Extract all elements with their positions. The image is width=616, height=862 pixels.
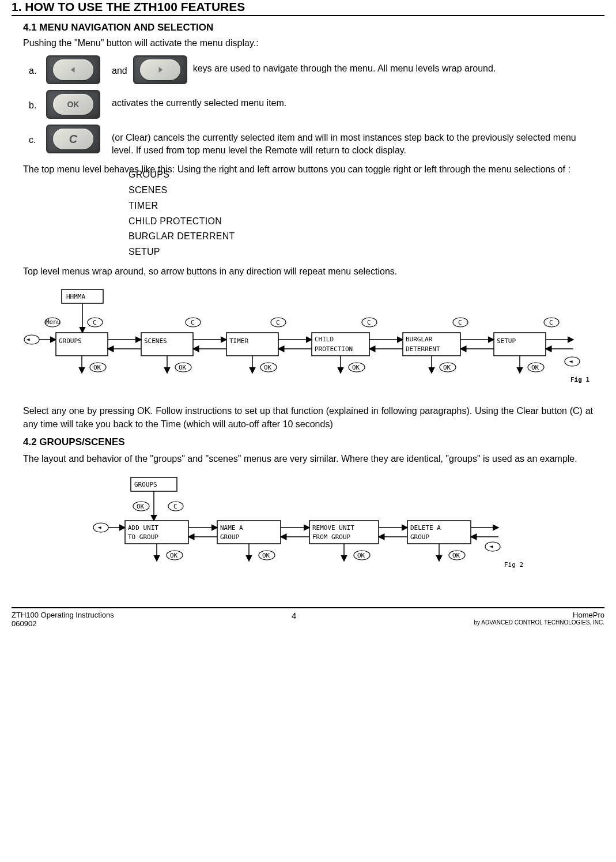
fig1-scenes: SCENES [144, 337, 167, 345]
fig2-delete2: GROUP [410, 533, 429, 541]
svg-text:OK: OK [170, 552, 178, 559]
svg-text:C: C [549, 319, 553, 326]
svg-text:OK: OK [531, 364, 539, 371]
fig1-hhmma: HHMMA [66, 293, 85, 300]
fig1-burglar1: BURGLAR [406, 336, 433, 343]
fig2-caption: Fig 2 [504, 561, 523, 569]
svg-text:OK: OK [443, 364, 451, 371]
fig2-remove2: FROM GROUP [312, 533, 351, 541]
subsection-41: 4.1 MENU NAVIGATION AND SELECTION [23, 22, 604, 33]
subsection-42: 4.2 GROUPS/SCENES [23, 436, 604, 448]
fig2-remove1: REMOVE UNIT [312, 524, 354, 532]
svg-text:OK: OK [137, 503, 145, 510]
ok-button: OK [46, 90, 100, 119]
fig1-burglar2: DETERRENT [406, 345, 440, 353]
svg-text:C: C [458, 319, 462, 326]
fig2-add1: ADD UNIT [128, 524, 158, 532]
letter-c: c. [29, 125, 46, 145]
letter-b: b. [29, 90, 46, 111]
fig1-timer: TIMER [229, 337, 248, 345]
row-c: c. C (or Clear) cancels the currently se… [29, 125, 604, 157]
a-text: keys are used to navigate through the me… [193, 55, 604, 75]
svg-text:OK: OK [357, 552, 365, 559]
right-arrow-button [133, 55, 187, 84]
fig1-child1: CHILD [315, 336, 334, 343]
svg-text:C: C [367, 319, 371, 326]
svg-text:OK: OK [262, 552, 270, 559]
left-arrow-button [46, 55, 100, 84]
letter-a: a. [29, 55, 46, 76]
fig1-groups: GROUPS [59, 337, 82, 345]
fig2-add2: TO GROUP [128, 533, 158, 541]
footer: ZTH100 Operating Instructions 060902 4 H… [0, 608, 616, 639]
wrap-note: Top level menus wrap around, so arrow bu… [23, 265, 593, 278]
menu-item-scenes: SCENES [129, 183, 604, 198]
footer-page-number: 4 [292, 611, 296, 628]
fig1-child2: PROTECTION [315, 345, 353, 353]
footer-right-1: HomePro [474, 611, 604, 619]
svg-text:C: C [276, 319, 280, 326]
menu-item-setup: SETUP [129, 245, 604, 259]
menu-item-burglar: BURGLAR DETERRENT [129, 229, 604, 244]
fig-2-diagram: .lbl2 { font: 11px monospace; } .box2 { … [89, 475, 527, 584]
fig1-menu-icon: ◄ [26, 336, 30, 343]
footer-left-2: 060902 [12, 619, 114, 628]
ok-button-label: OK [53, 94, 93, 115]
top-menu-intro: The top menu level behaves like this: Us… [23, 164, 570, 174]
fig1-menu-label: Menu [46, 318, 61, 326]
b-text: activates the currently selected menu it… [106, 90, 604, 110]
menu-item-timer: TIMER [129, 199, 604, 213]
c-text: (or Clear) cancels the currently selecte… [106, 125, 604, 157]
svg-text:OK: OK [179, 364, 187, 371]
right-arrow-icon [154, 64, 166, 76]
svg-text:C: C [173, 503, 177, 510]
fig1-caption: Fig 1 [570, 376, 589, 383]
row-a: a. and keys are used to navigate through… [29, 55, 604, 84]
menu-item-child: CHILD PROTECTION [129, 214, 604, 229]
fig2-delete1: DELETE A [410, 524, 441, 532]
and-text: and [106, 55, 133, 76]
fig2-name2: GROUP [220, 533, 239, 541]
svg-text:◄: ◄ [489, 543, 493, 550]
row-b: b. OK activates the currently selected m… [29, 90, 604, 119]
fig2-groups: GROUPS [134, 481, 157, 488]
left-arrow-icon [67, 64, 79, 76]
clear-button: C [46, 125, 100, 153]
clear-button-label: C [53, 129, 93, 149]
footer-left-1: ZTH100 Operating Instructions [12, 611, 114, 619]
svg-text:◄: ◄ [97, 524, 101, 531]
svg-text:C: C [191, 319, 195, 326]
intro-text: Pushing the "Menu" button will activate … [23, 38, 604, 48]
section-title: 1. HOW TO USE THE ZTH100 FEATURES [12, 0, 604, 16]
svg-text:OK: OK [93, 364, 101, 371]
fig2-name1: NAME A [220, 524, 243, 532]
fig-1-diagram: .lbl { font: 11px monospace; } .cap { fo… [20, 287, 596, 396]
select-para: Select any one by pressing OK. Follow in… [23, 405, 593, 431]
footer-right-2: by ADVANCED CONTROL TECHNOLOGIES, INC. [474, 619, 604, 626]
menu-list: GROUPS SCENES TIMER CHILD PROTECTION BUR… [129, 168, 604, 259]
svg-text:◄: ◄ [569, 357, 573, 365]
fig1-setup: SETUP [497, 337, 516, 345]
svg-text:OK: OK [452, 552, 460, 559]
svg-text:C: C [93, 319, 97, 326]
svg-text:OK: OK [264, 364, 272, 371]
groups-intro: The layout and behavior of the "groups" … [23, 453, 593, 465]
svg-text:OK: OK [352, 364, 360, 371]
